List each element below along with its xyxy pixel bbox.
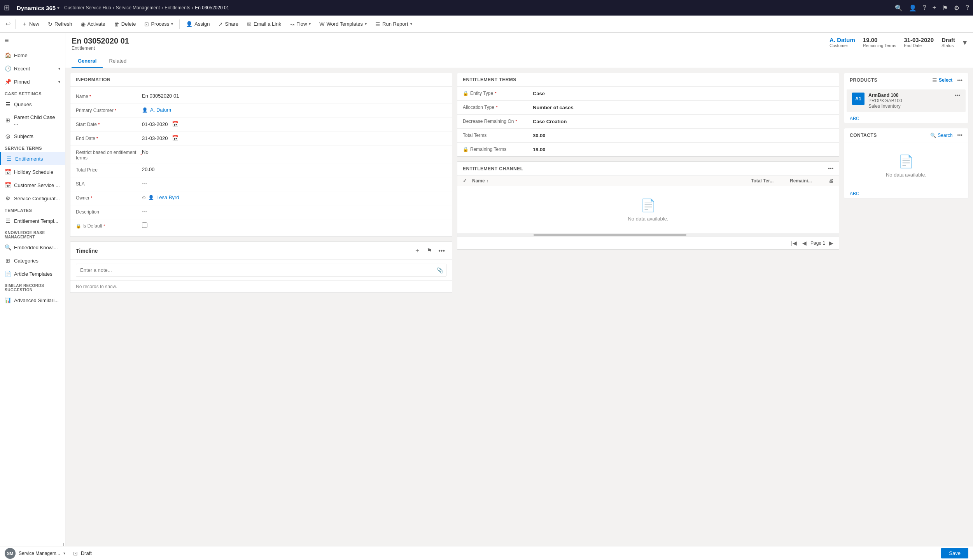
activate-button[interactable]: ◉ Activate (77, 19, 109, 30)
sidebar-item-home[interactable]: 🏠 Home (0, 49, 65, 62)
sidebar-item-holiday[interactable]: 📅 Holiday Schedule (0, 165, 65, 178)
status-expand-icon[interactable]: ▾ (63, 551, 65, 555)
assign-button[interactable]: 👤 Assign (182, 19, 214, 30)
contacts-search-label[interactable]: Search (938, 133, 952, 138)
page-first-button[interactable]: |◀ (789, 239, 798, 247)
products-select-button[interactable]: Select (939, 77, 952, 83)
timeline-filter-button[interactable]: ⚑ (425, 246, 434, 256)
page-next-button[interactable]: ▶ (828, 239, 835, 247)
products-abc-link[interactable]: ABC (844, 114, 968, 123)
contacts-no-data-icon: 📄 (898, 154, 914, 169)
product-name[interactable]: ArmBand 100 (868, 93, 951, 98)
attach-icon[interactable]: 📎 (437, 267, 443, 273)
decrease-remaining-value[interactable]: Case Creation (533, 119, 833, 124)
run-report-button[interactable]: ☰ Run Report ▾ (371, 19, 416, 30)
start-date-value[interactable]: 01-03-2020 📅 (142, 120, 446, 127)
product-item-more-button[interactable]: ••• (955, 93, 960, 98)
sidebar-item-pinned[interactable]: 📌 Pinned ▾ (0, 75, 65, 88)
delete-button[interactable]: 🗑 Delete (110, 19, 140, 30)
remaining-terms-label: Remaining Terms (863, 43, 896, 48)
channel-check-icon[interactable]: ✓ (463, 178, 472, 184)
customer-value[interactable]: A. Datum (830, 37, 855, 43)
sidebar-item-service-config[interactable]: ⚙ Service Configurat... (0, 192, 65, 205)
status-indicator: ⊡ (73, 550, 78, 556)
sidebar-item-queues[interactable]: ☰ Queues (0, 98, 65, 111)
tab-related[interactable]: Related (103, 55, 133, 68)
channel-more-button[interactable]: ••• (828, 166, 833, 172)
question-icon[interactable]: ? (923, 4, 926, 11)
plus-icon[interactable]: + (933, 4, 936, 11)
history-icon[interactable]: ↩ (3, 20, 13, 28)
scrollbar-thumb[interactable] (534, 234, 686, 236)
word-templates-chevron: ▾ (365, 22, 367, 26)
contact-icon[interactable]: 👤 (909, 4, 917, 12)
total-price-value[interactable]: 20.00 (142, 166, 446, 172)
top-nav-right: 🔍 👤 ? + ⚑ ⚙ ? (895, 4, 969, 12)
end-date-value: 31-03-2020 (904, 37, 934, 43)
sidebar-item-categories[interactable]: ⊞ Categories (0, 254, 65, 267)
settings-icon[interactable]: ⚙ (954, 4, 959, 12)
sidebar-item-entitlements[interactable]: ☰ Entitlements (0, 152, 65, 165)
entity-type-value[interactable]: Case (533, 91, 833, 96)
is-default-checkbox[interactable] (142, 222, 147, 228)
total-terms-value[interactable]: 30.00 (533, 133, 833, 138)
waffle-icon[interactable]: ⊞ (4, 4, 10, 12)
sidebar-item-parent-child[interactable]: ⊞ Parent Child Case ... (0, 111, 65, 130)
share-button[interactable]: ↗ Share (214, 19, 242, 30)
restrict-value[interactable]: No (142, 148, 446, 155)
owner-value[interactable]: ⊙ 👤 Lesa Byrd (142, 194, 446, 200)
new-button[interactable]: ＋ New (18, 18, 43, 30)
channel-name-col[interactable]: Name ↑ (472, 178, 751, 184)
start-date-calendar-icon[interactable]: 📅 (172, 121, 178, 127)
end-date-value[interactable]: 31-03-2020 📅 (142, 134, 446, 141)
sla-label: SLA (76, 180, 142, 187)
primary-customer-value[interactable]: 👤 A. Datum (142, 106, 446, 113)
filter-icon[interactable]: ⚑ (942, 4, 948, 12)
channel-scrollbar[interactable] (457, 233, 839, 236)
help-icon[interactable]: ? (966, 4, 969, 11)
save-button[interactable]: Save (941, 548, 968, 558)
meta-customer: A. Datum Customer (830, 37, 855, 48)
user-avatar: SM (5, 548, 16, 559)
sidebar-item-recent[interactable]: 🕐 Recent ▾ (0, 62, 65, 75)
timeline-note-input[interactable] (76, 264, 446, 276)
information-card-body: Name * En 03052020 01 Primary Customer * (70, 87, 452, 236)
app-title[interactable]: Dynamics 365 ▾ (17, 5, 60, 11)
name-value[interactable]: En 03052020 01 (142, 92, 446, 99)
timeline-card: Timeline ＋ ⚑ ••• 📎 No records to show. (70, 242, 452, 293)
word-templates-button[interactable]: W Word Templates ▾ (315, 19, 371, 30)
name-required: * (89, 94, 91, 99)
refresh-button[interactable]: ↻ Refresh (44, 19, 76, 30)
description-value[interactable]: --- (142, 208, 446, 214)
sidebar-item-advanced-similari[interactable]: 📊 Advanced Similari... (0, 294, 65, 307)
contacts-more-button[interactable]: ••• (957, 132, 962, 138)
search-icon[interactable]: 🔍 (895, 4, 903, 12)
timeline-add-button[interactable]: ＋ (413, 246, 422, 256)
allocation-type-value[interactable]: Number of cases (533, 105, 833, 110)
sidebar-item-subjects[interactable]: ◎ Subjects (0, 130, 65, 143)
categories-icon: ⊞ (5, 257, 11, 264)
process-button[interactable]: ⊡ Process ▾ (140, 19, 177, 30)
timeline-more-button[interactable]: ••• (437, 246, 446, 256)
sla-value[interactable]: --- (142, 180, 446, 186)
sidebar-item-customer-service[interactable]: 📅 Customer Service ... (0, 178, 65, 192)
sidebar-toggle[interactable]: ≡ (0, 33, 65, 49)
field-name: Name * En 03052020 01 (70, 90, 452, 104)
sidebar-item-entitlement-templ[interactable]: ☰ Entitlement Templ... (0, 214, 65, 228)
email-link-button[interactable]: ✉ Email a Link (243, 19, 285, 30)
page-prev-button[interactable]: ◀ (801, 239, 808, 247)
remaining-terms-value[interactable]: 19.00 (533, 147, 833, 152)
tab-general[interactable]: General (72, 55, 103, 68)
channel-print-icon[interactable]: 🖨 (829, 178, 833, 184)
sidebar-item-embedded-knowl[interactable]: 🔍 Embedded Knowl... (0, 241, 65, 254)
meta-chevron-icon[interactable]: ▾ (963, 38, 967, 47)
end-date-label: End Date * (76, 134, 142, 141)
products-more-button[interactable]: ••• (957, 77, 962, 83)
field-owner: Owner * ⊙ 👤 Lesa Byrd (70, 191, 452, 205)
end-date-calendar-icon[interactable]: 📅 (172, 135, 178, 141)
activate-icon: ◉ (81, 21, 86, 27)
contacts-abc-link[interactable]: ABC (844, 189, 968, 198)
sidebar-item-article-templates[interactable]: 📄 Article Templates (0, 267, 65, 280)
is-default-value[interactable] (142, 222, 446, 228)
flow-button[interactable]: ↝ Flow ▾ (286, 19, 315, 30)
